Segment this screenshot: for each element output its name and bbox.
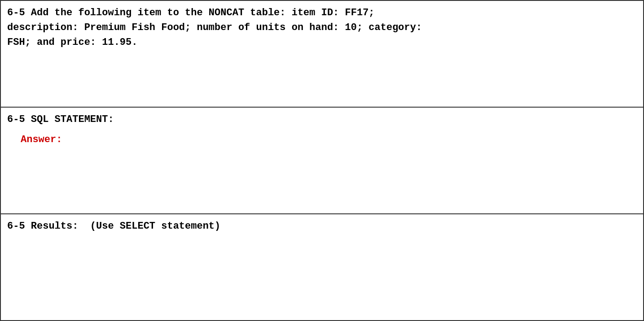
main-container: 6-5 Add the following item to the NONCAT… [0, 0, 644, 321]
question-section: 6-5 Add the following item to the NONCAT… [1, 1, 643, 108]
results-section: 6-5 Results: (Use SELECT statement) [1, 214, 643, 320]
results-heading: 6-5 Results: (Use SELECT statement) [7, 219, 637, 234]
sql-statement-heading: 6-5 SQL STATEMENT: [7, 112, 637, 127]
sql-statement-section: 6-5 SQL STATEMENT: Answer: [1, 108, 643, 214]
question-text: 6-5 Add the following item to the NONCAT… [7, 5, 637, 50]
answer-label: Answer: [21, 134, 637, 145]
